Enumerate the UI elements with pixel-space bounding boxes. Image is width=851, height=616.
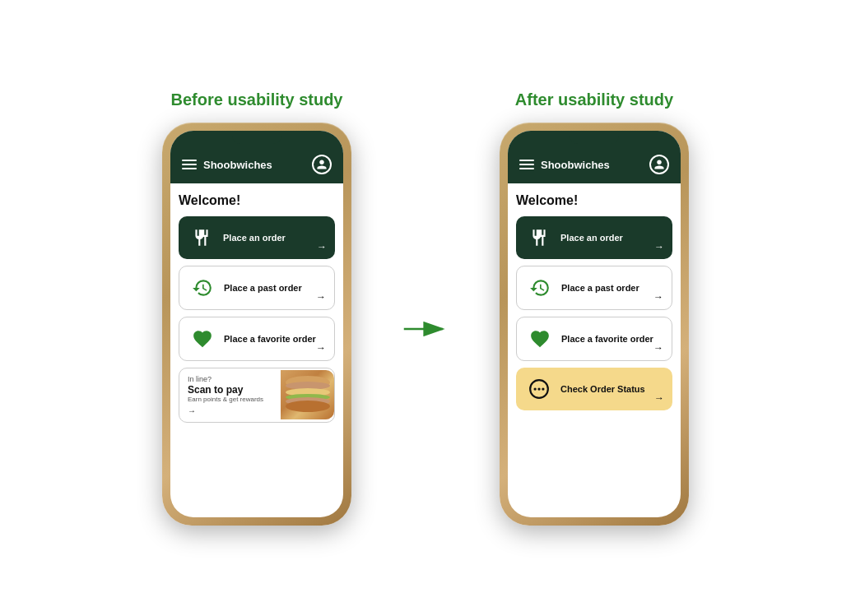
after-title: After usability study xyxy=(515,90,673,109)
after-history-icon xyxy=(527,275,553,301)
before-scan-big: Scan to pay xyxy=(188,384,264,396)
before-scan-image xyxy=(281,370,334,419)
page-container: Before usability study Shoobwiches xyxy=(0,0,851,616)
before-favorite-order-arrow: → xyxy=(316,342,326,354)
before-scan-arrow: → xyxy=(188,406,264,415)
after-phone-frame: Shoobwiches Welcome! xyxy=(500,123,689,526)
after-app-content: Welcome! Place an order → xyxy=(508,183,681,420)
before-sandwich-visual xyxy=(281,370,334,419)
after-column: After usability study Shoobwiches xyxy=(500,90,689,526)
after-place-order-label: Place an order xyxy=(560,232,663,243)
before-phone-frame: Shoobwiches Welcome! xyxy=(162,123,351,526)
svg-point-10 xyxy=(537,387,540,390)
svg-point-11 xyxy=(542,387,544,390)
before-place-order-label: Place an order xyxy=(223,232,325,243)
before-past-order-arrow: → xyxy=(316,291,326,303)
after-phone-notch xyxy=(570,131,619,144)
after-check-status-label: Check Order Status xyxy=(560,383,663,395)
svg-point-5 xyxy=(286,401,330,412)
before-welcome: Welcome! xyxy=(179,193,335,208)
before-past-order-label: Place a past order xyxy=(224,282,324,294)
after-past-order-arrow: → xyxy=(653,291,663,303)
after-card-check-status[interactable]: Check Order Status → xyxy=(516,368,672,410)
before-scan-left: In line? Scan to pay Earn points & get r… xyxy=(179,368,272,422)
before-card-place-order[interactable]: Place an order → xyxy=(179,216,335,259)
before-app-title: Shoobwiches xyxy=(203,159,272,171)
before-scan-sub: Earn points & get rewards xyxy=(188,396,264,403)
before-card-scan[interactable]: In line? Scan to pay Earn points & get r… xyxy=(179,368,335,423)
before-column: Before usability study Shoobwiches xyxy=(162,90,351,526)
before-card-favorite-order[interactable]: Place a favorite order → xyxy=(179,317,335,361)
after-phone-inner: Shoobwiches Welcome! xyxy=(508,131,681,517)
after-welcome: Welcome! xyxy=(516,193,672,208)
after-favorite-order-arrow: → xyxy=(653,342,663,354)
before-history-icon xyxy=(189,275,216,301)
after-header-logo: Shoobwiches xyxy=(519,159,610,171)
before-user-icon[interactable] xyxy=(312,155,332,174)
arrow-svg xyxy=(401,317,450,341)
after-status-icon xyxy=(526,376,552,402)
before-scan-inline: In line? xyxy=(188,375,264,384)
after-favorite-order-label: Place a favorite order xyxy=(561,333,662,345)
after-app-title: Shoobwiches xyxy=(541,159,610,171)
before-phone-notch xyxy=(232,131,281,144)
after-utensils-icon xyxy=(526,225,552,251)
after-user-icon[interactable] xyxy=(649,155,669,174)
before-app-content: Welcome! Place an order → xyxy=(170,183,343,433)
before-hamburger-icon[interactable] xyxy=(182,160,197,169)
svg-point-9 xyxy=(534,387,537,390)
before-title: Before usability study xyxy=(171,90,343,109)
after-card-place-order[interactable]: Place an order → xyxy=(516,216,672,259)
before-utensils-icon xyxy=(188,225,215,251)
after-card-favorite-order[interactable]: Place a favorite order → xyxy=(516,317,672,361)
before-heart-icon xyxy=(189,326,216,352)
after-heart-icon xyxy=(527,326,553,352)
arrow-connector xyxy=(401,317,450,341)
after-hamburger-icon[interactable] xyxy=(519,160,534,169)
after-check-status-arrow: → xyxy=(654,392,664,404)
before-favorite-order-label: Place a favorite order xyxy=(224,333,324,345)
before-header-logo: Shoobwiches xyxy=(182,159,272,171)
before-place-order-arrow: → xyxy=(317,241,327,252)
before-phone-inner: Shoobwiches Welcome! xyxy=(170,131,343,517)
after-card-past-order[interactable]: Place a past order → xyxy=(516,266,672,310)
after-place-order-arrow: → xyxy=(654,241,664,252)
after-past-order-label: Place a past order xyxy=(561,282,662,294)
before-card-past-order[interactable]: Place a past order → xyxy=(179,266,335,310)
